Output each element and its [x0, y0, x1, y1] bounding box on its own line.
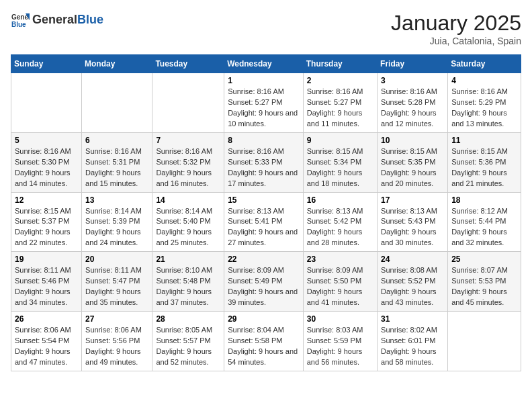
day-info: Sunrise: 8:14 AMSunset: 5:39 PMDaylight:…: [85, 206, 148, 249]
day-number: 17: [381, 195, 444, 205]
day-number: 7: [156, 136, 220, 145]
day-number: 6: [85, 136, 148, 145]
day-info: Sunrise: 8:13 AMSunset: 5:41 PMDaylight:…: [228, 206, 300, 249]
calendar-cell: 12Sunrise: 8:15 AMSunset: 5:37 PMDayligh…: [11, 192, 82, 252]
day-number: 25: [451, 255, 517, 264]
day-info: Sunrise: 8:16 AMSunset: 5:27 PMDaylight:…: [228, 87, 300, 130]
day-info: Sunrise: 8:13 AMSunset: 5:42 PMDaylight:…: [307, 206, 373, 249]
day-number: 11: [451, 136, 517, 145]
calendar-cell: 29Sunrise: 8:04 AMSunset: 5:58 PMDayligh…: [224, 312, 304, 371]
calendar-table: SundayMondayTuesdayWednesdayThursdayFrid…: [11, 54, 521, 371]
day-info: Sunrise: 8:13 AMSunset: 5:43 PMDaylight:…: [381, 206, 444, 249]
calendar-cell: 24Sunrise: 8:08 AMSunset: 5:52 PMDayligh…: [378, 252, 448, 312]
calendar-cell: 23Sunrise: 8:09 AMSunset: 5:50 PMDayligh…: [303, 252, 377, 312]
calendar-cell: 18Sunrise: 8:12 AMSunset: 5:44 PMDayligh…: [448, 192, 521, 252]
day-number: 9: [307, 136, 373, 145]
day-info: Sunrise: 8:11 AMSunset: 5:47 PMDaylight:…: [85, 265, 148, 308]
day-info: Sunrise: 8:16 AMSunset: 5:28 PMDaylight:…: [381, 87, 444, 130]
day-info: Sunrise: 8:07 AMSunset: 5:53 PMDaylight:…: [451, 265, 517, 308]
svg-text:Blue: Blue: [11, 21, 26, 28]
day-number: 12: [15, 195, 78, 205]
day-number: 26: [15, 314, 78, 324]
day-info: Sunrise: 8:15 AMSunset: 5:37 PMDaylight:…: [15, 206, 78, 249]
calendar-header: SundayMondayTuesdayWednesdayThursdayFrid…: [11, 55, 521, 73]
location-text: Juia, Catalonia, Spain: [391, 36, 521, 46]
calendar-cell: 17Sunrise: 8:13 AMSunset: 5:43 PMDayligh…: [378, 192, 448, 252]
day-number: 14: [156, 195, 220, 205]
day-info: Sunrise: 8:04 AMSunset: 5:58 PMDaylight:…: [228, 325, 300, 368]
day-number: 3: [381, 76, 444, 85]
calendar-cell: 16Sunrise: 8:13 AMSunset: 5:42 PMDayligh…: [303, 192, 377, 252]
day-number: 22: [228, 255, 300, 264]
day-info: Sunrise: 8:15 AMSunset: 5:35 PMDaylight:…: [381, 146, 444, 189]
calendar-cell: 30Sunrise: 8:03 AMSunset: 5:59 PMDayligh…: [303, 312, 377, 371]
logo-general-text: General: [32, 13, 77, 26]
day-info: Sunrise: 8:12 AMSunset: 5:44 PMDaylight:…: [451, 206, 517, 249]
month-title: January 2025: [391, 11, 521, 36]
day-info: Sunrise: 8:15 AMSunset: 5:36 PMDaylight:…: [451, 146, 517, 189]
day-number: 13: [85, 195, 148, 205]
day-number: 23: [307, 255, 373, 264]
day-number: 20: [85, 255, 148, 264]
day-info: Sunrise: 8:15 AMSunset: 5:34 PMDaylight:…: [307, 146, 373, 189]
day-info: Sunrise: 8:05 AMSunset: 5:57 PMDaylight:…: [156, 325, 220, 368]
weekday-header-thursday: Thursday: [303, 55, 377, 73]
weekday-header-tuesday: Tuesday: [152, 55, 224, 73]
calendar-cell: 26Sunrise: 8:06 AMSunset: 5:54 PMDayligh…: [11, 312, 82, 371]
day-info: Sunrise: 8:09 AMSunset: 5:50 PMDaylight:…: [307, 265, 373, 308]
weekday-header-saturday: Saturday: [448, 55, 521, 73]
calendar-week-row: 12Sunrise: 8:15 AMSunset: 5:37 PMDayligh…: [11, 192, 521, 252]
calendar-cell: 8Sunrise: 8:16 AMSunset: 5:33 PMDaylight…: [224, 132, 304, 192]
logo-blue-text: Blue: [77, 13, 103, 26]
weekday-header-row: SundayMondayTuesdayWednesdayThursdayFrid…: [11, 55, 521, 73]
calendar-week-row: 26Sunrise: 8:06 AMSunset: 5:54 PMDayligh…: [11, 312, 521, 371]
day-number: 24: [381, 255, 444, 264]
weekday-header-monday: Monday: [82, 55, 152, 73]
day-info: Sunrise: 8:16 AMSunset: 5:30 PMDaylight:…: [15, 146, 78, 189]
day-number: 27: [85, 314, 148, 324]
day-info: Sunrise: 8:08 AMSunset: 5:52 PMDaylight:…: [381, 265, 444, 308]
calendar-week-row: 5Sunrise: 8:16 AMSunset: 5:30 PMDaylight…: [11, 132, 521, 192]
day-number: 16: [307, 195, 373, 205]
day-number: 4: [451, 76, 517, 85]
calendar-cell: [152, 73, 224, 133]
day-number: 29: [228, 314, 300, 324]
day-number: 21: [156, 255, 220, 264]
page-header: General Blue GeneralBlue January 2025 Ju…: [11, 11, 521, 46]
day-number: 19: [15, 255, 78, 264]
day-number: 5: [15, 136, 78, 145]
day-info: Sunrise: 8:06 AMSunset: 5:54 PMDaylight:…: [15, 325, 78, 368]
day-info: Sunrise: 8:02 AMSunset: 6:01 PMDaylight:…: [381, 325, 444, 368]
day-info: Sunrise: 8:06 AMSunset: 5:56 PMDaylight:…: [85, 325, 148, 368]
calendar-cell: [11, 73, 82, 133]
calendar-cell: 25Sunrise: 8:07 AMSunset: 5:53 PMDayligh…: [448, 252, 521, 312]
calendar-cell: 13Sunrise: 8:14 AMSunset: 5:39 PMDayligh…: [82, 192, 152, 252]
day-number: 15: [228, 195, 300, 205]
logo: General Blue GeneralBlue: [11, 11, 103, 30]
calendar-cell: 20Sunrise: 8:11 AMSunset: 5:47 PMDayligh…: [82, 252, 152, 312]
calendar-cell: 3Sunrise: 8:16 AMSunset: 5:28 PMDaylight…: [378, 73, 448, 133]
day-number: 30: [307, 314, 373, 324]
day-number: 28: [156, 314, 220, 324]
day-number: 2: [307, 76, 373, 85]
calendar-cell: 15Sunrise: 8:13 AMSunset: 5:41 PMDayligh…: [224, 192, 304, 252]
calendar-cell: 9Sunrise: 8:15 AMSunset: 5:34 PMDaylight…: [303, 132, 377, 192]
day-number: 8: [228, 136, 300, 145]
day-info: Sunrise: 8:16 AMSunset: 5:31 PMDaylight:…: [85, 146, 148, 189]
day-info: Sunrise: 8:09 AMSunset: 5:49 PMDaylight:…: [228, 265, 300, 308]
day-info: Sunrise: 8:03 AMSunset: 5:59 PMDaylight:…: [307, 325, 373, 368]
day-number: 10: [381, 136, 444, 145]
day-info: Sunrise: 8:16 AMSunset: 5:33 PMDaylight:…: [228, 146, 300, 189]
calendar-cell: 27Sunrise: 8:06 AMSunset: 5:56 PMDayligh…: [82, 312, 152, 371]
day-info: Sunrise: 8:14 AMSunset: 5:40 PMDaylight:…: [156, 206, 220, 249]
calendar-cell: 1Sunrise: 8:16 AMSunset: 5:27 PMDaylight…: [224, 73, 304, 133]
calendar-cell: 19Sunrise: 8:11 AMSunset: 5:46 PMDayligh…: [11, 252, 82, 312]
calendar-cell: 11Sunrise: 8:15 AMSunset: 5:36 PMDayligh…: [448, 132, 521, 192]
weekday-header-friday: Friday: [378, 55, 448, 73]
title-block: January 2025 Juia, Catalonia, Spain: [391, 11, 521, 46]
day-number: 18: [451, 195, 517, 205]
calendar-week-row: 1Sunrise: 8:16 AMSunset: 5:27 PMDaylight…: [11, 73, 521, 133]
calendar-cell: [448, 312, 521, 371]
calendar-cell: [82, 73, 152, 133]
day-info: Sunrise: 8:11 AMSunset: 5:46 PMDaylight:…: [15, 265, 78, 308]
